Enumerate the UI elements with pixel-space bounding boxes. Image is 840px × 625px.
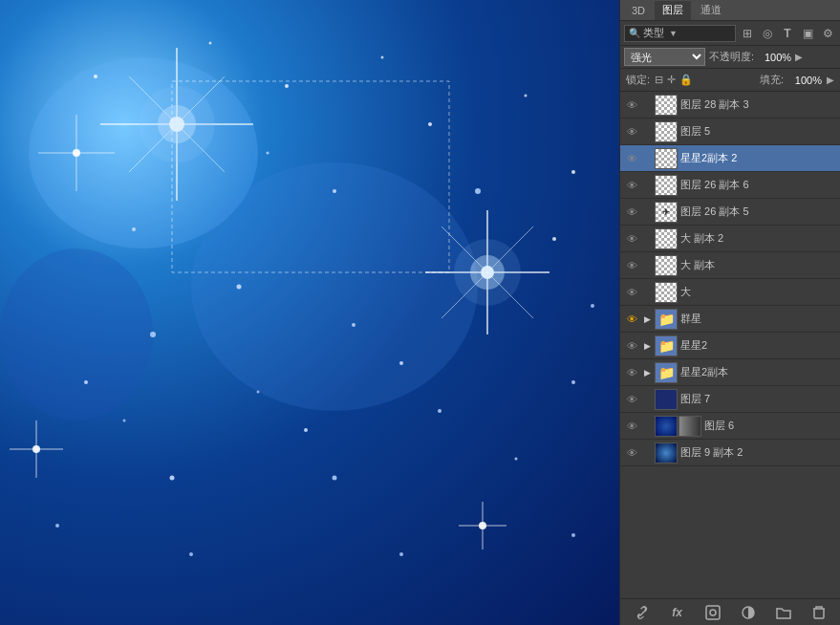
lock-pixels-icon[interactable]: ⊟ bbox=[655, 74, 663, 86]
new-group-button[interactable] bbox=[773, 602, 794, 623]
svg-point-63 bbox=[55, 524, 59, 528]
layer-expand[interactable]: ▶ bbox=[642, 365, 652, 380]
layer-item[interactable]: 👁 图层 9 副本 2 bbox=[620, 440, 840, 466]
tab-3d[interactable]: 3D bbox=[624, 1, 653, 20]
link-layers-button[interactable] bbox=[632, 602, 653, 623]
tabs-bar: 3D 图层 通道 bbox=[620, 0, 840, 21]
tab-layers[interactable]: 图层 bbox=[655, 1, 691, 20]
lock-icons: ⊟ ✛ 🔒 bbox=[655, 74, 755, 86]
layer-thumbnail bbox=[655, 175, 678, 196]
layer-group-item[interactable]: 👁 ▶ 📁 星星2副本 bbox=[620, 359, 840, 386]
eye-icon[interactable]: 👁 bbox=[624, 124, 639, 140]
eye-icon[interactable]: 👁 bbox=[624, 285, 639, 300]
svg-point-72 bbox=[710, 610, 716, 615]
toolbar-btn-circle[interactable]: ◎ bbox=[759, 25, 776, 42]
lock-row: 锁定: ⊟ ✛ 🔒 填充: 100% ▶ bbox=[620, 69, 840, 92]
layer-item-active[interactable]: 👁 星星2副本 2 bbox=[620, 145, 840, 172]
layer-thumbnail: 📁 bbox=[655, 309, 678, 330]
circle-half-icon bbox=[741, 605, 756, 620]
layer-expand[interactable]: ▶ bbox=[642, 338, 652, 354]
svg-point-48 bbox=[333, 189, 336, 193]
fill-value: 100% bbox=[788, 75, 822, 86]
eye-icon[interactable]: 👁 bbox=[624, 392, 639, 407]
eye-icon[interactable]: 👁 bbox=[624, 151, 639, 166]
layer-expand bbox=[642, 392, 652, 407]
svg-point-51 bbox=[304, 428, 308, 432]
layer-item[interactable]: 👁 大 bbox=[620, 279, 840, 306]
layer-thumbnail bbox=[655, 442, 678, 463]
layer-thumbnail bbox=[655, 255, 678, 276]
layer-item[interactable]: 👁 ✈ 图层 26 副本 5 bbox=[620, 199, 840, 226]
lock-all-icon[interactable]: 🔒 bbox=[679, 74, 693, 86]
opacity-value: 100% bbox=[758, 52, 791, 63]
delete-layer-button[interactable] bbox=[808, 602, 829, 623]
layer-item[interactable]: 👁 大 副本 2 bbox=[620, 226, 840, 252]
main-container: 3D 图层 通道 🔍 类型 ▼ ⊞ ◎ T ▣ ⚙ 强光 不透明度: 100% … bbox=[0, 0, 840, 625]
layer-item[interactable]: 👁 图层 26 副本 6 bbox=[620, 172, 840, 199]
svg-point-58 bbox=[515, 458, 518, 461]
fill-arrow: ▶ bbox=[827, 75, 834, 85]
eye-icon[interactable]: 👁 bbox=[624, 205, 639, 220]
eye-icon[interactable]: 👁 bbox=[624, 178, 639, 193]
add-mask-button[interactable] bbox=[702, 602, 723, 623]
layer-name: 大 bbox=[680, 285, 836, 299]
svg-point-1 bbox=[191, 162, 478, 411]
layer-item[interactable]: 👁 图层 5 bbox=[620, 119, 840, 145]
eye-icon[interactable]: 👁 bbox=[624, 419, 639, 434]
eye-icon[interactable]: 👁 bbox=[624, 231, 639, 247]
layer-item[interactable]: 👁 图层 7 bbox=[620, 386, 840, 413]
svg-point-67 bbox=[591, 304, 594, 308]
tab-channels[interactable]: 通道 bbox=[693, 1, 729, 20]
starfield-svg bbox=[0, 0, 619, 625]
blend-row: 强光 不透明度: 100% ▶ bbox=[620, 46, 840, 69]
layer-thumbnail bbox=[655, 228, 678, 249]
layer-name: 大 副本 bbox=[680, 258, 836, 272]
svg-point-42 bbox=[285, 84, 289, 88]
svg-point-46 bbox=[571, 170, 575, 174]
eye-icon[interactable]: 👁 bbox=[624, 258, 639, 273]
svg-point-40 bbox=[94, 75, 97, 78]
lock-position-icon[interactable]: ✛ bbox=[667, 74, 676, 86]
svg-point-53 bbox=[84, 380, 88, 384]
layer-group-item[interactable]: 👁 ▶ 📁 星星2 bbox=[620, 333, 840, 359]
new-adjustment-button[interactable] bbox=[738, 602, 759, 623]
layer-item[interactable]: 👁 大 副本 bbox=[620, 252, 840, 279]
right-panel: 3D 图层 通道 🔍 类型 ▼ ⊞ ◎ T ▣ ⚙ 强光 不透明度: 100% … bbox=[619, 0, 840, 625]
layer-expand[interactable]: ▶ bbox=[642, 312, 652, 327]
toolbar-btn-grid[interactable]: ⊞ bbox=[739, 25, 756, 42]
eye-icon-orange[interactable]: 👁 bbox=[624, 312, 639, 327]
fx-icon: fx bbox=[672, 606, 682, 619]
layer-name: 图层 7 bbox=[680, 392, 836, 406]
eye-icon[interactable]: 👁 bbox=[624, 365, 639, 380]
toolbar-btn-shape[interactable]: ▣ bbox=[799, 25, 816, 42]
svg-point-65 bbox=[399, 552, 403, 556]
lock-label: 锁定: bbox=[626, 73, 650, 87]
blend-mode-select[interactable]: 强光 bbox=[624, 48, 705, 66]
svg-rect-71 bbox=[706, 606, 720, 619]
svg-point-50 bbox=[399, 361, 403, 365]
folder-icon: 📁 bbox=[658, 338, 675, 354]
opacity-arrow: ▶ bbox=[795, 52, 803, 62]
layer-thumbnail bbox=[655, 389, 678, 410]
eye-icon[interactable]: 👁 bbox=[624, 445, 639, 461]
svg-point-56 bbox=[352, 323, 355, 327]
layer-expand bbox=[642, 205, 652, 220]
layer-group-item[interactable]: 👁 ▶ 📁 群星 bbox=[620, 306, 840, 333]
svg-point-44 bbox=[428, 122, 432, 126]
toolbar-btn-settings[interactable]: ⚙ bbox=[819, 25, 836, 42]
layer-name: 星星2 bbox=[680, 338, 836, 353]
svg-point-49 bbox=[237, 285, 242, 290]
layer-thumbnail bbox=[655, 148, 678, 169]
layer-item[interactable]: 👁 图层 6 bbox=[620, 413, 840, 440]
svg-point-52 bbox=[170, 476, 175, 481]
eye-icon[interactable]: 👁 bbox=[624, 338, 639, 354]
svg-point-18 bbox=[73, 149, 80, 157]
svg-point-41 bbox=[209, 42, 212, 45]
eye-icon[interactable]: 👁 bbox=[624, 97, 639, 113]
svg-point-59 bbox=[571, 380, 575, 384]
layer-name: 图层 5 bbox=[680, 124, 836, 139]
layer-effects-button[interactable]: fx bbox=[667, 602, 688, 623]
layer-item[interactable]: 👁 图层 28 副本 3 bbox=[620, 92, 840, 119]
search-box[interactable]: 🔍 类型 ▼ bbox=[624, 25, 736, 42]
toolbar-btn-text[interactable]: T bbox=[779, 25, 796, 42]
